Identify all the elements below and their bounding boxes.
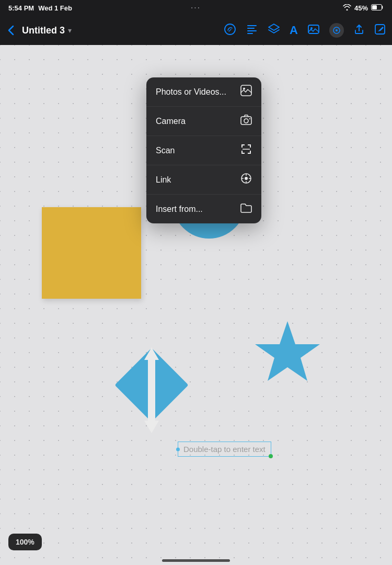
nav-title-area: Untitled 3 ▾: [22, 25, 218, 36]
link-icon: [240, 173, 252, 187]
title-chevron-icon[interactable]: ▾: [68, 26, 72, 35]
svg-rect-7: [308, 25, 319, 33]
battery-icon: [371, 4, 384, 12]
svg-rect-30: [243, 149, 250, 150]
link-menu-item[interactable]: Link: [146, 165, 261, 195]
svg-rect-17: [241, 85, 251, 96]
new-note-icon[interactable]: [374, 24, 386, 38]
status-left: 5:54 PM Wed 1 Feb: [8, 4, 72, 12]
svg-rect-1: [372, 5, 377, 9]
status-right: 45%: [343, 4, 384, 12]
camera-label: Camera: [156, 117, 186, 126]
folder-icon: [240, 202, 252, 216]
nav-icons: A: [224, 23, 386, 38]
text-format-icon[interactable]: A: [290, 24, 298, 37]
svg-rect-6: [247, 33, 253, 34]
svg-point-18: [243, 88, 245, 90]
svg-point-10: [336, 29, 338, 31]
svg-rect-27: [241, 151, 243, 154]
camera-icon: [240, 114, 252, 128]
media-insert-icon[interactable]: [307, 23, 320, 38]
svg-rect-29: [250, 151, 251, 154]
link-label: Link: [156, 175, 171, 185]
scan-menu-item[interactable]: Scan: [146, 136, 261, 165]
pen-tool-icon[interactable]: [224, 23, 236, 38]
time-label: 5:54 PM: [8, 4, 34, 12]
svg-rect-5: [247, 30, 257, 31]
svg-point-32: [245, 177, 248, 180]
document-title: Untitled 3: [22, 25, 65, 36]
insert-from-label: Insert from...: [156, 205, 203, 214]
photos-videos-label: Photos or Videos...: [156, 87, 226, 97]
more-options-icon[interactable]: [329, 23, 344, 38]
svg-rect-4: [247, 28, 255, 29]
canvas-area: Double-tap to enter text Photos or Video…: [0, 45, 392, 565]
svg-rect-23: [241, 144, 243, 148]
nav-bar: Untitled 3 ▾: [0, 16, 392, 45]
status-dots: ···: [191, 4, 201, 12]
svg-point-2: [225, 24, 235, 35]
photos-icon: [240, 85, 252, 99]
insert-dropdown-menu: Photos or Videos... Camera: [146, 77, 261, 223]
text-lines-icon[interactable]: [246, 23, 258, 38]
svg-rect-25: [250, 144, 251, 148]
share-icon[interactable]: [353, 24, 365, 38]
battery-label: 45%: [354, 4, 368, 12]
scan-icon: [240, 143, 252, 157]
camera-menu-item[interactable]: Camera: [146, 107, 261, 136]
svg-rect-3: [247, 25, 257, 26]
layers-icon[interactable]: [268, 23, 280, 38]
svg-point-20: [244, 119, 248, 123]
insert-from-menu-item[interactable]: Insert from...: [146, 195, 261, 223]
photos-videos-menu-item[interactable]: Photos or Videos...: [146, 77, 261, 107]
date-label: Wed 1 Feb: [38, 4, 72, 12]
status-bar: 5:54 PM Wed 1 Feb ··· 45%: [0, 0, 392, 16]
scan-label: Scan: [156, 146, 175, 155]
back-button[interactable]: [6, 24, 17, 37]
svg-rect-21: [249, 118, 250, 119]
wifi-icon: [343, 4, 351, 12]
